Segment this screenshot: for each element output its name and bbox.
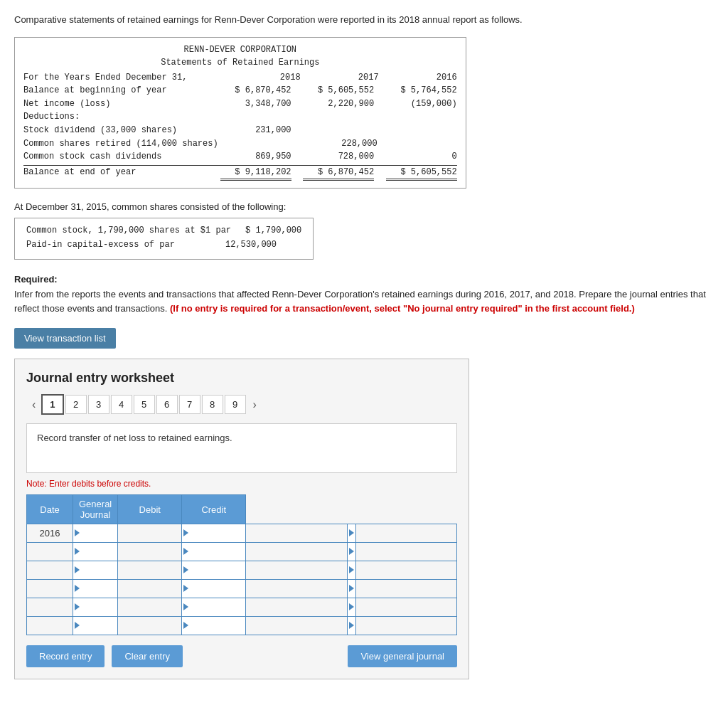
- journal-table: Date General Journal Debit Credit 2016: [26, 494, 457, 635]
- credit-input-5[interactable]: [356, 598, 456, 616]
- tab-9[interactable]: 9: [225, 395, 246, 414]
- credit-input-6[interactable]: [356, 617, 456, 635]
- record-description: Record transfer of net loss to retained …: [26, 423, 457, 473]
- tab-4[interactable]: 4: [111, 395, 132, 414]
- tri-icon-c2: [349, 548, 354, 555]
- table-row: [27, 617, 457, 635]
- fin-row-4: Common shares retired (114,000 shares) 2…: [23, 137, 457, 151]
- fin-row-5: Common stock cash dividends 869,950 728,…: [23, 150, 457, 164]
- credit-input-4[interactable]: [356, 580, 456, 598]
- tri-icon-d4: [183, 585, 188, 592]
- gj-cell-6[interactable]: [118, 617, 182, 635]
- common-shares-table: Common stock, 1,790,000 shares at $1 par…: [14, 218, 314, 259]
- table-row: 2016: [27, 524, 457, 543]
- table-row: [27, 580, 457, 598]
- header-2018: 2018: [237, 71, 301, 85]
- view-general-journal-button[interactable]: View general journal: [348, 645, 457, 667]
- credit-cell-1[interactable]: [355, 524, 456, 543]
- credit-input-2[interactable]: [356, 543, 456, 561]
- gj-input-1[interactable]: [118, 524, 181, 542]
- tri-icon-c4: [349, 585, 354, 592]
- header-date: Date: [27, 495, 73, 524]
- gj-input-5[interactable]: [118, 598, 181, 616]
- gj-cell-3[interactable]: [118, 561, 182, 580]
- tri-cell-1: [73, 524, 118, 543]
- header-general-journal: General Journal: [73, 495, 118, 524]
- cs-row-0: Common stock, 1,790,000 shares at $1 par…: [26, 224, 301, 238]
- tri-icon-5: [75, 603, 80, 610]
- action-buttons-row: Record entry Clear entry View general jo…: [26, 645, 457, 667]
- cs-row-1: Paid-in capital-excess of par 12,530,000: [26, 238, 301, 252]
- header-2017: 2017: [315, 71, 379, 85]
- debit-input-5[interactable]: [246, 598, 346, 616]
- required-heading: Required:: [14, 274, 58, 285]
- tri-icon-d3: [183, 566, 188, 573]
- tri-icon-2: [75, 548, 80, 555]
- statement-title1: Statements of Retained Earnings: [23, 56, 457, 70]
- tri-icon-c5: [349, 603, 354, 610]
- debit-cell-3[interactable]: [246, 561, 347, 580]
- gj-input-4[interactable]: [118, 580, 181, 598]
- date-cell-1: 2016: [27, 524, 73, 543]
- debit-cell-4[interactable]: [246, 580, 347, 598]
- credit-cell-6[interactable]: [355, 617, 456, 635]
- debit-input-4[interactable]: [246, 580, 346, 598]
- gj-cell-5[interactable]: [118, 598, 182, 617]
- worksheet-title: Journal entry worksheet: [26, 371, 457, 386]
- date-cell-2: [27, 543, 73, 561]
- credit-input-3[interactable]: [356, 561, 456, 579]
- gj-cell-4[interactable]: [118, 580, 182, 598]
- debit-input-3[interactable]: [246, 561, 346, 579]
- common-shares-intro: At December 31, 2015, common shares cons…: [14, 201, 714, 212]
- tri-icon-c3: [349, 566, 354, 573]
- credit-input-1[interactable]: [356, 524, 456, 542]
- table-row: [27, 561, 457, 580]
- tri-icon-d5: [183, 603, 188, 610]
- header-debit: Debit: [118, 495, 182, 524]
- gj-input-6[interactable]: [118, 617, 181, 635]
- tab-6[interactable]: 6: [156, 395, 178, 414]
- required-text-red: (If no entry is required for a transacti…: [170, 303, 635, 314]
- tri-cell-d1: [182, 524, 246, 543]
- record-entry-button[interactable]: Record entry: [26, 645, 105, 667]
- gj-cell-1[interactable]: [118, 524, 182, 543]
- credit-cell-5[interactable]: [355, 598, 456, 617]
- debit-input-1[interactable]: [246, 524, 346, 542]
- date-cell-6: [27, 617, 73, 635]
- tab-1[interactable]: 1: [41, 394, 63, 415]
- tab-7[interactable]: 7: [179, 395, 200, 414]
- view-transaction-button[interactable]: View transaction list: [14, 328, 116, 349]
- tri-icon-3: [75, 566, 80, 573]
- clear-entry-button[interactable]: Clear entry: [112, 645, 183, 667]
- fin-row-3: Stock dividend (33,000 shares) 231,000: [23, 124, 457, 137]
- debit-cell-6[interactable]: [246, 617, 347, 635]
- prev-tab-button[interactable]: ‹: [26, 396, 41, 414]
- debit-input-2[interactable]: [246, 543, 346, 561]
- tab-8[interactable]: 8: [202, 395, 223, 414]
- debit-cell-2[interactable]: [246, 543, 347, 561]
- debit-input-6[interactable]: [246, 617, 346, 635]
- tab-3[interactable]: 3: [88, 395, 109, 414]
- credit-cell-4[interactable]: [355, 580, 456, 598]
- credit-cell-3[interactable]: [355, 561, 456, 580]
- required-section: Required: Infer from the reports the eve…: [14, 272, 714, 317]
- fin-row-0: Balance at beginning of year $ 6,870,452…: [23, 84, 457, 97]
- worksheet-container: Journal entry worksheet ‹ 1 2 3 4 5 6 7 …: [14, 359, 469, 679]
- tabs-navigation: ‹ 1 2 3 4 5 6 7 8 9 ›: [26, 394, 457, 415]
- credit-cell-2[interactable]: [355, 543, 456, 561]
- tri-icon-4: [75, 585, 80, 592]
- tri-icon-d6: [183, 622, 188, 629]
- note-text: Note: Enter debits before credits.: [26, 479, 457, 489]
- debit-cell-1[interactable]: [246, 524, 347, 543]
- tri-icon-1: [75, 529, 80, 536]
- tab-2[interactable]: 2: [65, 395, 87, 414]
- tri-icon-d2: [183, 548, 188, 555]
- debit-cell-5[interactable]: [246, 598, 347, 617]
- next-tab-button[interactable]: ›: [247, 396, 262, 414]
- fin-row-1: Net income (loss) 3,348,700 2,220,900 (1…: [23, 97, 457, 111]
- fin-row-2: Deductions:: [23, 110, 457, 124]
- gj-input-3[interactable]: [118, 561, 181, 579]
- gj-input-2[interactable]: [118, 543, 181, 561]
- gj-cell-2[interactable]: [118, 543, 182, 561]
- tab-5[interactable]: 5: [134, 395, 155, 414]
